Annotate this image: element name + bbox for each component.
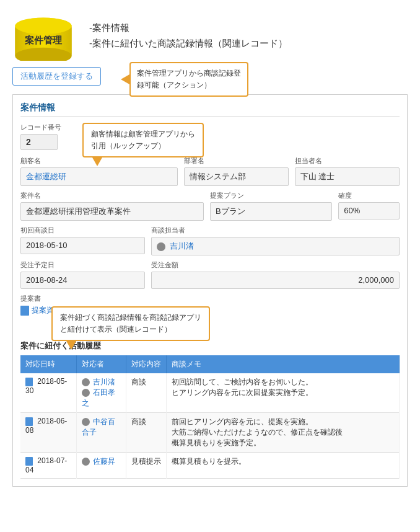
person-icon3 [82,418,90,426]
order-amount-label: 受注金額 [151,260,400,270]
first-meeting-label: 初回商談日 [20,226,145,235]
action-area: 活動履歴を登録する 案件管理アプリから商談記録登録可能（アクション） [12,67,408,86]
case-name-row: 案件名 金都運総研採用管理改革案件 提案プラン Bプラン 確度 60% [20,191,400,221]
col-person: 対応者 [76,355,126,373]
col-memo: 商談メモ [166,355,400,373]
cell-memo: 初回訪問して、ご検討内容をお伺いした。ヒアリング内容を元に次回提案実施予定。 [166,373,400,413]
person-icon4 [82,458,90,466]
header-description: -案件情報 -案件に紐付いた商談記録情報（関連レコード） [89,22,287,50]
customer-row: 顧客名 金都運総研 部署名 情報システム部 担当者名 下山 達士 [20,156,400,186]
table-body: 2018-05-30 吉川渚 石田孝之 商談 初回訪問して、ご検討内容をお伺いし… [20,373,400,478]
svg-point-3 [15,17,72,34]
person-icon [157,242,165,251]
proposal-group: 提案プラン Bプラン [210,191,332,221]
svg-text:案件管理: 案件管理 [25,35,63,45]
meeting-person-group: 商談担当者 吉川渚 [151,226,400,255]
lookup-callout: 顧客情報は顧客管理アプリから引用（ルックアップ） [70,123,204,157]
order-date-group: 受注予定日 2018-08-24 [20,260,145,289]
order-date-label: 受注予定日 [20,260,145,270]
meeting-row: 初回商談日 2018-05-10 商談担当者 吉川渚 [20,226,400,255]
first-meeting-group: 初回商談日 2018-05-10 [20,226,145,254]
cell-date: 2018-07-04 [20,453,76,479]
main-content: 活動履歴を登録する 案件管理アプリから商談記録登録可能（アクション） 案件情報 … [0,67,420,505]
person-value: 下山 達士 [295,167,400,186]
database-icon: 案件管理 [12,11,74,61]
action-callout-text: 案件管理アプリから商談記録登録可能（アクション） [129,62,248,97]
proposal-value: Bプラン [210,202,332,221]
cell-memo: 概算見積もりを提示。 [166,453,400,479]
customer-value: 金都運総研 [20,167,178,186]
department-value: 情報システム部 [184,167,289,186]
related-callout: 案件紐づく商談記録情報を商談記録アプリと紐付けて表示（関連レコード） [51,306,210,341]
doc-row-icon [25,417,33,426]
order-amount-group: 受注金額 2,000,000 [151,260,400,289]
department-group: 部署名 情報システム部 [184,156,289,186]
cell-person: 中谷百合子 [76,413,126,453]
record-number-value: 2 [20,134,58,150]
cell-content: 商談 [126,413,166,453]
doc-row-icon [25,457,33,466]
header-line2: -案件に紐付いた商談記録情報（関連レコード） [89,38,287,50]
register-activity-button[interactable]: 活動履歴を登録する [12,67,101,86]
col-date: 対応日時 [20,355,76,373]
certainty-label: 確度 [338,191,400,200]
meeting-person-label: 商談担当者 [151,226,400,235]
related-callout-text: 案件紐づく商談記録情報を商談記録アプリと紐付けて表示（関連レコード） [51,306,210,341]
lookup-callout-text: 顧客情報は顧客管理アプリから引用（ルックアップ） [82,123,204,157]
person-icon [82,378,90,386]
related-section: 案件紐づく商談記録情報を商談記録アプリと紐付けて表示（関連レコード） 案件に紐付… [20,340,400,479]
callout-arrow-down [92,157,102,166]
cell-content: 見積提示 [126,453,166,479]
order-row: 受注予定日 2018-08-24 受注金額 2,000,000 [20,260,400,289]
doc-icon [20,306,29,316]
order-date-value: 2018-08-24 [20,272,145,289]
cell-person: 吉川渚 石田孝之 [76,373,126,413]
case-name-value: 金都運総研採用管理改革案件 [20,202,204,221]
certainty-value: 60% [338,202,400,219]
table-row: 2018-06-08 中谷百合子 商談 前回ヒアリング内容を元に、提案を実施。大… [20,413,400,453]
person-icon2 [82,389,90,397]
person-group: 担当者名 下山 達士 [295,156,400,186]
record-number-row: レコード番号 2 顧客情報は顧客管理アプリから引用（ルックアップ） [20,123,400,150]
header-line1: -案件情報 [89,22,287,34]
cell-person: 佐藤昇 [76,453,126,479]
related-records-table: 対応日時 対応者 対応内容 商談メモ 2018-05-30 [20,355,400,479]
order-amount-value: 2,000,000 [151,272,400,289]
cell-content: 商談 [126,373,166,413]
certainty-group: 確度 60% [338,191,400,219]
meeting-person-value: 吉川渚 [151,237,400,255]
header-area: 案件管理 -案件情報 -案件に紐付いた商談記録情報（関連レコード） [0,0,420,67]
case-info-section: 案件情報 レコード番号 2 顧客情報は顧客管理アプリから引用（ルックアップ） 顧… [12,94,408,487]
action-callout: 案件管理アプリから商談記録登録可能（アクション） [121,62,248,97]
section-title: 案件情報 [20,102,400,117]
related-section-title: 案件に紐付く活動履歴 [20,340,400,352]
case-name-group: 案件名 金都運総研採用管理改革案件 [20,191,204,221]
cell-date: 2018-06-08 [20,413,76,453]
proposal-doc-label: 提案書 [20,294,400,303]
col-content: 対応内容 [126,355,166,373]
cell-memo: 前回ヒアリング内容を元に、提案を実施。大筋ご納得いただけたようなので、修正点を確… [166,413,400,453]
related-callout-arrow [66,341,76,350]
cell-date: 2018-05-30 [20,373,76,413]
table-row: 2018-07-04 佐藤昇 見積提示 概算見積もりを提示。 [20,453,400,479]
table-header: 対応日時 対応者 対応内容 商談メモ [20,355,400,373]
person-label: 担当者名 [295,156,400,166]
proposal-label: 提案プラン [210,191,332,200]
table-row: 2018-05-30 吉川渚 石田孝之 商談 初回訪問して、ご検討内容をお伺いし… [20,373,400,413]
case-name-label: 案件名 [20,191,204,200]
callout-left-arrow [121,74,129,84]
first-meeting-value: 2018-05-10 [20,237,145,254]
doc-row-icon [25,378,33,386]
